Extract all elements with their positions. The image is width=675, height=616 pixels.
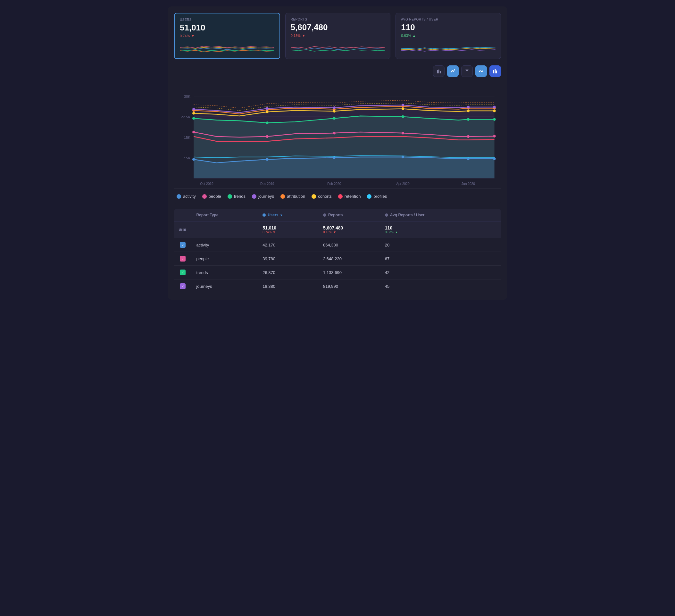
legend-attribution[interactable]: attribution — [281, 194, 305, 199]
legend-activity[interactable]: activity — [176, 194, 196, 199]
svg-point-37 — [401, 107, 404, 110]
svg-point-45 — [493, 106, 496, 109]
empty-cell-journeys — [482, 280, 501, 293]
svg-point-36 — [333, 110, 335, 113]
legend-retention[interactable]: retention — [338, 194, 361, 199]
th-users[interactable]: Users ▾ — [257, 209, 318, 222]
legend-dot-trends — [228, 194, 232, 199]
svg-point-57 — [493, 135, 496, 138]
summary-row-num: 8/10 — [174, 222, 191, 238]
users-cell-journeys: 18,380 — [257, 280, 318, 293]
legend-label-attribution: attribution — [287, 194, 305, 199]
legend-cohorts[interactable]: cohorts — [311, 194, 332, 199]
summary-empty-cell — [482, 222, 501, 238]
chart-svg-area: 30K 22.5K 15K 7.5K Oct 2019 Dec 2019 Feb… — [174, 86, 501, 188]
svg-rect-0 — [437, 70, 438, 73]
stat-card-reports[interactable]: REPORTS 5,607,480 0.13% ▼ — [285, 13, 391, 59]
reports-cell-trends: 1,133,690 — [318, 266, 380, 280]
legend-label-retention: retention — [345, 194, 361, 199]
name-cell-trends: trends — [191, 266, 257, 280]
checkbox-activity[interactable]: ✓ — [180, 242, 185, 248]
stat-label-avg: AVG REPORTS / USER — [401, 18, 496, 21]
avg-cell-people: 67 — [380, 252, 482, 266]
empty-cell-trends — [482, 266, 501, 280]
legend-dot-attribution — [281, 194, 285, 199]
legend-people[interactable]: people — [202, 194, 221, 199]
svg-point-46 — [192, 117, 195, 120]
checkbox-trends[interactable]: ✓ — [180, 270, 185, 275]
mini-chart-avg — [401, 41, 496, 54]
table-summary-row: 8/10 51,010 0.74% ▼ 5,607,480 0.13% ▼ — [174, 222, 501, 238]
arrow-up: ▲ — [395, 230, 398, 234]
avg-cell-journeys: 45 — [380, 280, 482, 293]
th-empty-1 — [174, 209, 191, 222]
toolbar-column-btn[interactable] — [490, 65, 501, 77]
stat-label-users: USERS — [180, 18, 274, 21]
checkbox-cell-journeys: ✓ — [174, 280, 191, 293]
legend-trends[interactable]: trends — [228, 194, 245, 199]
checkbox-cell-people: ✓ — [174, 252, 191, 266]
stat-card-avg[interactable]: AVG REPORTS / USER 110 0.63% ▲ — [395, 13, 501, 59]
summary-reports-cell: 5,607,480 0.13% ▼ — [318, 222, 380, 238]
legend-profiles[interactable]: profiles — [367, 194, 387, 199]
th-avg: Avg Reports / User — [380, 209, 482, 222]
svg-rect-7 — [493, 70, 494, 73]
svg-point-44 — [467, 106, 469, 109]
svg-text:7.5K: 7.5K — [183, 156, 191, 160]
users-cell-trends: 26,870 — [257, 266, 318, 280]
avg-cell-activity: 20 — [380, 238, 482, 252]
name-cell-people: people — [191, 252, 257, 266]
svg-text:15K: 15K — [184, 136, 191, 139]
dropdown-icon: ▾ — [281, 214, 282, 217]
svg-marker-27 — [194, 108, 494, 178]
svg-point-53 — [266, 135, 269, 138]
svg-text:Oct 2019: Oct 2019 — [200, 182, 214, 185]
stat-card-users[interactable]: USERS 51,010 0.74% ▼ — [174, 13, 280, 59]
arrow-down: ▼ — [333, 230, 336, 234]
th-empty-2 — [482, 209, 501, 222]
main-container: USERS 51,010 0.74% ▼ REPORTS 5,607,480 — [168, 6, 507, 300]
svg-point-42 — [333, 106, 335, 109]
svg-point-40 — [192, 108, 195, 110]
stat-change-avg: 0.63% ▲ — [401, 34, 496, 37]
svg-text:Jun 2020: Jun 2020 — [461, 182, 475, 185]
toolbar-bar-btn[interactable] — [433, 65, 445, 77]
summary-users-cell: 51,010 0.74% ▼ — [257, 222, 318, 238]
legend-dot-retention — [338, 194, 343, 199]
name-cell-journeys: journeys — [191, 280, 257, 293]
toolbar-trend-btn[interactable] — [447, 65, 459, 77]
users-cell-activity: 42,170 — [257, 238, 318, 252]
svg-point-41 — [266, 107, 269, 110]
th-reports: Reports — [318, 209, 380, 222]
arrow-down: ▼ — [273, 230, 276, 234]
summary-name-cell — [191, 222, 257, 238]
svg-point-54 — [333, 132, 335, 135]
legend-label-activity: activity — [183, 194, 196, 199]
th-reports-dot — [323, 214, 326, 217]
svg-point-60 — [333, 156, 335, 159]
toolbar-funnel-btn[interactable] — [461, 65, 473, 77]
data-table: Report Type Users ▾ Reports — [174, 209, 501, 293]
stat-change-reports: 0.13% ▼ — [291, 34, 385, 37]
stat-change-users: 0.74% ▼ — [180, 34, 274, 38]
svg-point-43 — [401, 103, 404, 106]
legend-label-journeys: journeys — [258, 194, 274, 199]
arrow-down-icon: ▼ — [191, 34, 195, 38]
table-row: ✓ trends 26,870 1,133,690 42 — [174, 266, 501, 280]
checkbox-people[interactable]: ✓ — [180, 256, 185, 261]
empty-cell-people — [482, 252, 501, 266]
th-users-dot — [262, 214, 266, 217]
th-avg-dot — [385, 214, 388, 217]
svg-point-39 — [493, 109, 496, 112]
checkbox-journeys[interactable]: ✓ — [180, 283, 185, 289]
main-chart: 30K 22.5K 15K 7.5K Oct 2019 Dec 2019 Feb… — [174, 81, 501, 204]
svg-rect-9 — [496, 71, 497, 73]
th-report-type: Report Type — [191, 209, 257, 222]
legend-journeys[interactable]: journeys — [252, 194, 274, 199]
svg-point-5 — [453, 71, 454, 72]
svg-point-47 — [266, 122, 269, 124]
svg-text:22.5K: 22.5K — [181, 115, 191, 119]
mini-chart-users — [180, 41, 274, 54]
toolbar-wave-btn[interactable] — [475, 65, 487, 77]
stat-value-avg: 110 — [401, 22, 496, 32]
